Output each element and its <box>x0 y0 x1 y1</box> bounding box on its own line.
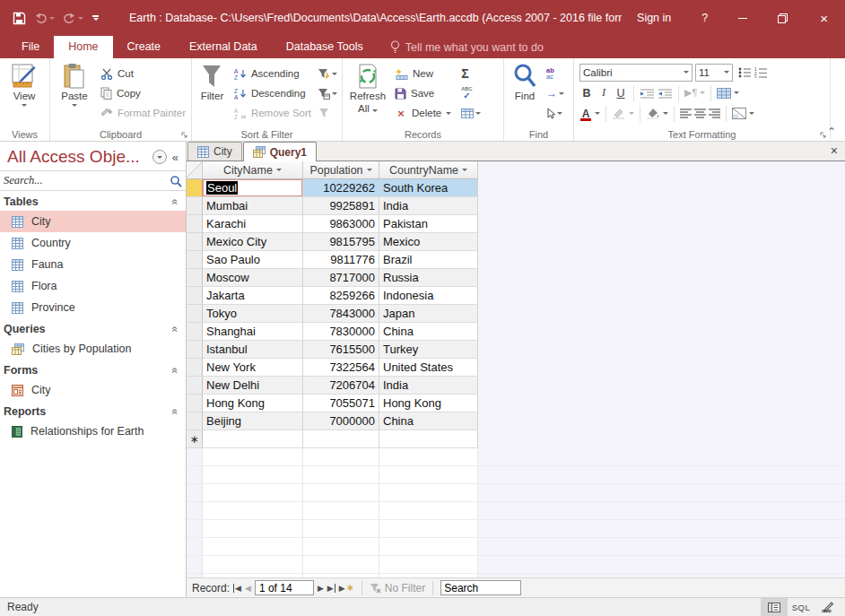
selection-filter-button[interactable] <box>315 64 340 83</box>
new-blank-record-button[interactable]: ▶∗ <box>339 582 354 594</box>
grid-cell[interactable] <box>303 430 379 448</box>
customize-quick-access-button[interactable] <box>91 15 99 21</box>
section-header-queries[interactable]: Queries« <box>0 318 186 338</box>
grid-cell[interactable]: 7615500 <box>303 341 379 359</box>
spelling-button[interactable]: ABC ✓ <box>458 83 483 103</box>
grid-cell[interactable]: New York <box>203 359 303 377</box>
grid-cell[interactable]: Jakarta <box>203 287 303 305</box>
undo-button[interactable] <box>34 13 55 24</box>
grid-cell[interactable]: South Korea <box>379 179 478 197</box>
document-close-button[interactable]: × <box>831 144 838 157</box>
ribbon-tab-home[interactable]: Home <box>54 36 112 58</box>
nav-item-country[interactable]: Country <box>0 232 186 254</box>
grid-cell[interactable]: 7322564 <box>303 359 379 377</box>
grid-cell[interactable]: 9815795 <box>303 233 379 251</box>
grid-cell[interactable]: 7843000 <box>303 305 379 323</box>
text-formatting-dialog-launcher[interactable] <box>820 132 827 139</box>
italic-button[interactable]: I <box>597 86 611 100</box>
gridlines-icon[interactable] <box>717 88 731 99</box>
row-selector[interactable] <box>187 323 203 341</box>
nav-item-province[interactable]: Province <box>0 297 186 318</box>
copy-button[interactable]: Copy <box>97 83 189 103</box>
grid-cell[interactable]: Shanghai <box>203 323 303 341</box>
clipboard-dialog-launcher[interactable] <box>181 132 188 139</box>
numbering-icon[interactable]: 123 <box>754 67 768 78</box>
close-button[interactable]: × <box>803 0 845 36</box>
doc-tab-query1[interactable]: Query1 <box>243 142 317 161</box>
increase-indent-icon[interactable] <box>640 88 655 99</box>
grid-cell[interactable]: 10229262 <box>303 179 379 197</box>
grid-cell[interactable]: Seoul <box>203 179 303 197</box>
last-record-button[interactable]: ▶ <box>327 584 335 593</box>
grid-cell[interactable]: Russia <box>379 269 478 287</box>
grid-cell[interactable]: 7000000 <box>303 412 379 430</box>
align-left-icon[interactable] <box>680 108 692 118</box>
row-selector[interactable] <box>187 377 203 395</box>
alternate-row-color-icon[interactable] <box>732 108 746 119</box>
grid-cell[interactable]: Istanbul <box>203 341 303 359</box>
totals-button[interactable]: Σ <box>458 64 483 83</box>
record-position-box[interactable]: 1 of 14 <box>255 580 314 595</box>
column-header-cityname[interactable]: CityName <box>203 161 303 179</box>
nav-item-fauna[interactable]: Fauna <box>0 254 186 275</box>
delete-record-button[interactable]: × Delete <box>391 103 455 123</box>
sign-in-button[interactable]: Sign in <box>622 0 686 36</box>
grid-cell[interactable] <box>203 430 303 448</box>
nav-item-flora[interactable]: Flora <box>0 275 186 297</box>
row-selector[interactable] <box>187 233 203 251</box>
grid-cell[interactable]: India <box>379 377 478 395</box>
font-name-combobox[interactable]: Calibri <box>579 64 693 82</box>
ribbon-tab-database-tools[interactable]: Database Tools <box>272 36 378 58</box>
column-header-countryname[interactable]: CountryName <box>379 161 478 179</box>
goto-button[interactable]: → <box>544 83 567 103</box>
grid-cell[interactable] <box>379 430 478 448</box>
grid-cell[interactable]: 7206704 <box>303 377 379 395</box>
column-filter-caret[interactable] <box>462 169 467 171</box>
filter-button[interactable]: Filter <box>194 61 231 103</box>
nav-pane-menu-button[interactable] <box>152 150 167 164</box>
decrease-indent-icon[interactable] <box>658 88 673 99</box>
grid-cell[interactable]: New Delhi <box>203 377 303 395</box>
select-all-corner[interactable] <box>187 161 203 179</box>
grid-cell[interactable]: Sao Paulo <box>203 251 303 269</box>
row-selector[interactable] <box>187 395 203 412</box>
no-filter-button[interactable]: No Filter <box>370 582 425 594</box>
datasheet-view-button[interactable] <box>761 598 788 616</box>
row-selector[interactable] <box>187 251 203 269</box>
grid-cell[interactable]: India <box>379 197 478 215</box>
row-selector[interactable] <box>187 359 203 377</box>
grid-cell[interactable]: 9811776 <box>303 251 379 269</box>
grid-cell[interactable]: 9925891 <box>303 197 379 215</box>
next-record-button[interactable]: ▶ <box>318 584 324 593</box>
paste-button[interactable]: Paste <box>52 61 97 107</box>
grid-cell[interactable]: Beijing <box>203 412 303 430</box>
save-icon[interactable] <box>13 12 26 25</box>
ribbon-tab-file[interactable]: File <box>7 36 54 58</box>
column-filter-caret[interactable] <box>367 169 372 171</box>
font-size-combobox[interactable]: 11 <box>695 64 733 82</box>
grid-cell[interactable]: Hong Kong <box>203 395 303 412</box>
grid-cell[interactable]: Pakistan <box>379 215 478 233</box>
grid-cell[interactable]: Karachi <box>203 215 303 233</box>
record-search-input[interactable] <box>440 580 521 595</box>
tell-me-box[interactable]: Tell me what you want to do <box>390 36 544 58</box>
row-selector[interactable] <box>187 197 203 215</box>
grid-cell[interactable]: Indonesia <box>379 287 478 305</box>
row-selector[interactable] <box>187 305 203 323</box>
background-color-icon[interactable] <box>646 108 660 119</box>
grid-cell[interactable]: 8717000 <box>303 269 379 287</box>
help-button[interactable]: ? <box>686 0 723 36</box>
grid-cell[interactable]: Turkey <box>379 341 478 359</box>
grid-cell[interactable]: 7830000 <box>303 323 379 341</box>
nav-search-box[interactable] <box>0 170 186 191</box>
column-header-population[interactable]: Population <box>303 161 379 179</box>
doc-tab-city[interactable]: City <box>187 142 242 161</box>
grid-cell[interactable]: Mexico <box>379 233 478 251</box>
more-records-button[interactable] <box>458 103 483 123</box>
grid-cell[interactable]: Mumbai <box>203 197 303 215</box>
underline-button[interactable]: U <box>614 87 628 100</box>
bullets-icon[interactable] <box>738 67 752 78</box>
new-record-row[interactable]: ∗ <box>187 430 478 448</box>
row-selector[interactable] <box>187 215 203 233</box>
grid-cell[interactable]: Brazil <box>379 251 478 269</box>
